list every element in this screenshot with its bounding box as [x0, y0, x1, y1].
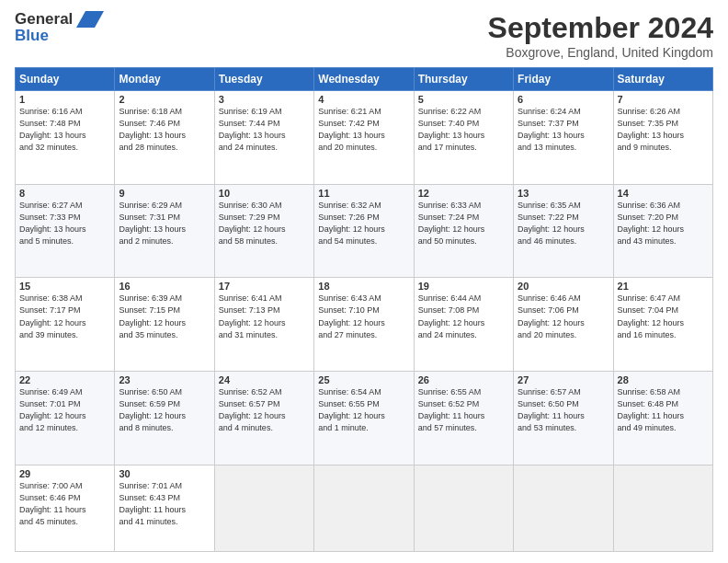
calendar-cell: 24Sunrise: 6:52 AM Sunset: 6:57 PM Dayli… — [214, 372, 313, 465]
calendar-cell: 8Sunrise: 6:27 AM Sunset: 7:33 PM Daylig… — [16, 184, 115, 278]
day-info: Sunrise: 6:46 AM Sunset: 7:06 PM Dayligh… — [518, 293, 609, 340]
day-info: Sunrise: 6:18 AM Sunset: 7:46 PM Dayligh… — [119, 106, 210, 154]
calendar-cell: 30Sunrise: 7:01 AM Sunset: 6:43 PM Dayli… — [115, 465, 214, 551]
calendar-cell: 7Sunrise: 6:26 AM Sunset: 7:35 PM Daylig… — [613, 91, 712, 185]
day-info: Sunrise: 6:47 AM Sunset: 7:04 PM Dayligh… — [618, 293, 709, 340]
calendar-cell: 27Sunrise: 6:57 AM Sunset: 6:50 PM Dayli… — [514, 372, 613, 465]
weekday-header-sunday: Sunday — [16, 68, 115, 91]
day-info: Sunrise: 6:26 AM Sunset: 7:35 PM Dayligh… — [618, 106, 709, 154]
calendar-row-1: 1Sunrise: 6:16 AM Sunset: 7:48 PM Daylig… — [16, 91, 713, 185]
calendar-row-2: 8Sunrise: 6:27 AM Sunset: 7:33 PM Daylig… — [16, 184, 713, 278]
day-info: Sunrise: 6:57 AM Sunset: 6:50 PM Dayligh… — [518, 386, 609, 434]
calendar-cell: 28Sunrise: 6:58 AM Sunset: 6:48 PM Dayli… — [613, 372, 712, 465]
calendar-cell: 29Sunrise: 7:00 AM Sunset: 6:46 PM Dayli… — [16, 465, 115, 551]
weekday-header-saturday: Saturday — [613, 68, 712, 91]
calendar-cell: 23Sunrise: 6:50 AM Sunset: 6:59 PM Dayli… — [115, 372, 214, 465]
calendar-cell: 5Sunrise: 6:22 AM Sunset: 7:40 PM Daylig… — [414, 91, 513, 185]
day-number: 16 — [119, 281, 210, 292]
day-number: 11 — [318, 188, 409, 199]
calendar-cell — [314, 465, 414, 551]
day-info: Sunrise: 6:21 AM Sunset: 7:42 PM Dayligh… — [318, 106, 409, 154]
day-number: 3 — [219, 94, 310, 105]
day-number: 30 — [119, 468, 210, 479]
calendar-row-3: 15Sunrise: 6:38 AM Sunset: 7:17 PM Dayli… — [16, 278, 713, 372]
day-info: Sunrise: 6:44 AM Sunset: 7:08 PM Dayligh… — [418, 293, 509, 340]
svg-marker-0 — [76, 11, 104, 28]
day-info: Sunrise: 6:24 AM Sunset: 7:37 PM Dayligh… — [518, 106, 609, 154]
calendar-cell: 13Sunrise: 6:35 AM Sunset: 7:22 PM Dayli… — [514, 184, 613, 278]
day-info: Sunrise: 6:32 AM Sunset: 7:26 PM Dayligh… — [318, 200, 409, 247]
day-number: 21 — [618, 281, 709, 292]
weekday-header-thursday: Thursday — [414, 68, 513, 91]
logo: General Blue — [15, 11, 104, 45]
day-number: 13 — [518, 188, 609, 199]
weekday-header-tuesday: Tuesday — [214, 68, 313, 91]
calendar-cell: 15Sunrise: 6:38 AM Sunset: 7:17 PM Dayli… — [16, 278, 115, 372]
day-info: Sunrise: 6:38 AM Sunset: 7:17 PM Dayligh… — [19, 293, 110, 340]
calendar-cell: 22Sunrise: 6:49 AM Sunset: 7:01 PM Dayli… — [16, 372, 115, 465]
day-number: 8 — [19, 188, 110, 199]
day-number: 4 — [318, 94, 409, 105]
calendar-row-5: 29Sunrise: 7:00 AM Sunset: 6:46 PM Dayli… — [16, 465, 713, 551]
day-info: Sunrise: 6:49 AM Sunset: 7:01 PM Dayligh… — [19, 386, 110, 434]
day-number: 14 — [618, 188, 709, 199]
calendar-cell — [613, 465, 712, 551]
calendar-cell: 21Sunrise: 6:47 AM Sunset: 7:04 PM Dayli… — [613, 278, 712, 372]
calendar-cell: 16Sunrise: 6:39 AM Sunset: 7:15 PM Dayli… — [115, 278, 214, 372]
day-info: Sunrise: 6:30 AM Sunset: 7:29 PM Dayligh… — [219, 200, 310, 247]
day-info: Sunrise: 6:43 AM Sunset: 7:10 PM Dayligh… — [318, 293, 409, 340]
day-number: 23 — [119, 374, 210, 385]
day-number: 17 — [219, 281, 310, 292]
calendar-cell: 19Sunrise: 6:44 AM Sunset: 7:08 PM Dayli… — [414, 278, 513, 372]
day-number: 15 — [19, 281, 110, 292]
month-title: September 2024 — [488, 11, 713, 45]
calendar-cell — [414, 465, 513, 551]
calendar-cell: 18Sunrise: 6:43 AM Sunset: 7:10 PM Dayli… — [314, 278, 414, 372]
day-info: Sunrise: 6:55 AM Sunset: 6:52 PM Dayligh… — [418, 386, 509, 434]
calendar-cell: 20Sunrise: 6:46 AM Sunset: 7:06 PM Dayli… — [514, 278, 613, 372]
calendar-cell — [214, 465, 313, 551]
day-number: 7 — [618, 94, 709, 105]
calendar-cell: 6Sunrise: 6:24 AM Sunset: 7:37 PM Daylig… — [514, 91, 613, 185]
weekday-header-friday: Friday — [514, 68, 613, 91]
calendar-cell: 1Sunrise: 6:16 AM Sunset: 7:48 PM Daylig… — [16, 91, 115, 185]
day-info: Sunrise: 6:36 AM Sunset: 7:20 PM Dayligh… — [618, 200, 709, 247]
title-block: September 2024 Boxgrove, England, United… — [488, 11, 713, 60]
day-number: 19 — [418, 281, 509, 292]
logo-icon — [76, 11, 104, 28]
day-info: Sunrise: 6:50 AM Sunset: 6:59 PM Dayligh… — [119, 386, 210, 434]
day-number: 18 — [318, 281, 409, 292]
day-info: Sunrise: 6:35 AM Sunset: 7:22 PM Dayligh… — [518, 200, 609, 247]
day-number: 28 — [618, 374, 709, 385]
location: Boxgrove, England, United Kingdom — [488, 45, 713, 60]
day-number: 5 — [418, 94, 509, 105]
day-info: Sunrise: 7:01 AM Sunset: 6:43 PM Dayligh… — [119, 480, 210, 528]
header: General Blue September 2024 Boxgrove, En… — [15, 11, 713, 60]
calendar-cell: 3Sunrise: 6:19 AM Sunset: 7:44 PM Daylig… — [214, 91, 313, 185]
day-number: 1 — [19, 94, 110, 105]
day-number: 9 — [119, 188, 210, 199]
weekday-header-monday: Monday — [115, 68, 214, 91]
day-number: 25 — [318, 374, 409, 385]
day-info: Sunrise: 6:58 AM Sunset: 6:48 PM Dayligh… — [618, 386, 709, 434]
calendar-cell: 10Sunrise: 6:30 AM Sunset: 7:29 PM Dayli… — [214, 184, 313, 278]
day-number: 22 — [19, 374, 110, 385]
calendar-cell: 25Sunrise: 6:54 AM Sunset: 6:55 PM Dayli… — [314, 372, 414, 465]
day-number: 29 — [19, 468, 110, 479]
day-info: Sunrise: 6:29 AM Sunset: 7:31 PM Dayligh… — [119, 200, 210, 247]
day-info: Sunrise: 6:52 AM Sunset: 6:57 PM Dayligh… — [219, 386, 310, 434]
day-number: 24 — [219, 374, 310, 385]
weekday-header-row: SundayMondayTuesdayWednesdayThursdayFrid… — [16, 68, 713, 91]
calendar-cell: 9Sunrise: 6:29 AM Sunset: 7:31 PM Daylig… — [115, 184, 214, 278]
calendar-cell — [514, 465, 613, 551]
day-number: 2 — [119, 94, 210, 105]
day-info: Sunrise: 6:39 AM Sunset: 7:15 PM Dayligh… — [119, 293, 210, 340]
day-number: 20 — [518, 281, 609, 292]
calendar-cell: 4Sunrise: 6:21 AM Sunset: 7:42 PM Daylig… — [314, 91, 414, 185]
day-info: Sunrise: 6:19 AM Sunset: 7:44 PM Dayligh… — [219, 106, 310, 154]
calendar-table: SundayMondayTuesdayWednesdayThursdayFrid… — [15, 67, 713, 552]
calendar-row-4: 22Sunrise: 6:49 AM Sunset: 7:01 PM Dayli… — [16, 372, 713, 465]
logo-blue: Blue — [15, 27, 49, 45]
day-info: Sunrise: 6:33 AM Sunset: 7:24 PM Dayligh… — [418, 200, 509, 247]
day-number: 26 — [418, 374, 509, 385]
